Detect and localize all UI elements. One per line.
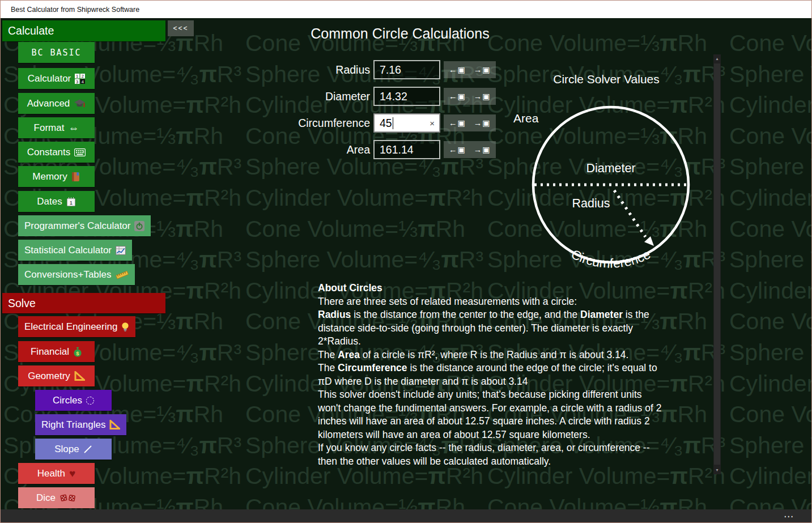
copy-to-calculator-button[interactable]: →▣ — [474, 145, 491, 154]
radius-label: Radius — [244, 63, 373, 76]
double-arrow-icon: ⇔ — [68, 122, 79, 133]
text-caret — [393, 117, 393, 129]
keyboard-icon — [74, 148, 86, 156]
page-title: Common Circle Calculations — [258, 25, 542, 42]
sidebar-item-health[interactable]: Health ♥ — [18, 463, 95, 484]
solver-row-circumference: Circumference 45 × ←▣ →▣ — [244, 112, 496, 134]
vertical-scrollbar[interactable]: ▴ ▾ — [713, 54, 721, 474]
numbers-icon: 1234 — [75, 74, 85, 84]
diameter-label: Diameter — [244, 90, 373, 103]
sidebar-item-financial[interactable]: Financial $ — [18, 341, 95, 362]
area-input[interactable]: 161.14 — [373, 140, 440, 159]
copy-from-calculator-button[interactable]: ←▣ — [449, 118, 466, 127]
sidebar-item-slope[interactable]: Slope — [35, 439, 112, 460]
sidebar-item-circles[interactable]: Circles — [35, 390, 112, 411]
sidebar-item-advanced[interactable]: Advanced — [18, 93, 95, 114]
sidebar-item-statistical-calculator[interactable]: Statistical Calculator — [18, 240, 132, 261]
svg-text:4: 4 — [82, 79, 84, 84]
sidebar-item-programmers-calculator[interactable]: Programmer's Calculator — [18, 215, 151, 236]
heart-icon: ♥ — [69, 468, 75, 479]
sidebar-item-dates[interactable]: Dates 1 — [18, 191, 95, 212]
circumference-label: Circumference — [244, 117, 373, 130]
circle-diagram: Diameter Radius Circumference — [522, 98, 703, 279]
sidebar-header-solve[interactable]: Solve — [2, 293, 165, 313]
solver-row-area: Area 161.14 ←▣ →▣ — [244, 139, 496, 160]
svg-text:3: 3 — [76, 79, 78, 84]
copy-to-calculator-button[interactable]: →▣ — [474, 118, 491, 127]
about-heading: About Circles — [318, 282, 666, 295]
sidebar-item-bc-basic[interactable]: BC BASIC — [18, 42, 95, 63]
money-bag-icon: $ — [73, 347, 82, 357]
copy-from-calculator-button[interactable]: ←▣ — [449, 92, 466, 101]
sidebar-item-dice[interactable]: Dice — [18, 487, 95, 508]
slope-line-icon — [83, 445, 92, 454]
title-bar: Best Calculator from Shipwreck Software — [1, 1, 811, 18]
sidebar-item-electrical-engineering[interactable]: Electrical Engineering — [18, 316, 135, 337]
svg-text:$: $ — [76, 350, 79, 356]
window-title: Best Calculator from Shipwreck Software — [11, 6, 139, 14]
radius-io-panel: ←▣ →▣ — [444, 61, 496, 78]
svg-text:1: 1 — [70, 199, 73, 206]
circumference-io-panel: ←▣ →▣ — [444, 114, 496, 131]
collapse-sidebar-button[interactable]: <<< — [168, 20, 194, 36]
sidebar-item-right-triangles[interactable]: Right Triangles — [35, 414, 126, 435]
circumference-input[interactable]: 45 × — [373, 113, 440, 133]
area-io-panel: ←▣ →▣ — [444, 141, 496, 158]
power-button-icon — [134, 221, 144, 231]
diameter-input[interactable]: 14.32 — [373, 87, 440, 106]
copy-to-calculator-button[interactable]: →▣ — [474, 65, 491, 74]
ruler-icon — [116, 270, 129, 279]
clear-input-button[interactable]: × — [427, 114, 437, 131]
copy-from-calculator-button[interactable]: ←▣ — [449, 145, 466, 154]
sidebar-item-geometry[interactable]: Geometry — [18, 365, 95, 386]
sidebar-item-conversions-tables[interactable]: Conversions+Tables — [18, 264, 135, 285]
sidebar-item-calculator[interactable]: Calculator 1234 — [18, 68, 95, 89]
diameter-io-panel: ←▣ →▣ — [444, 88, 496, 105]
more-options-button[interactable]: ⋯ — [780, 509, 798, 523]
radius-dotted-arrow — [614, 190, 645, 237]
set-square-icon — [74, 371, 85, 381]
calendar-icon: 1 — [66, 197, 76, 207]
sidebar-item-memory[interactable]: Memory — [18, 166, 95, 187]
diagram-title: Circle Solver Values — [526, 73, 686, 86]
dashed-circle-icon — [86, 397, 94, 405]
radius-input[interactable]: 7.16 — [373, 60, 440, 79]
lightbulb-icon — [121, 322, 129, 332]
notebook-icon — [71, 172, 80, 182]
copy-from-calculator-button[interactable]: ←▣ — [449, 65, 466, 74]
app-window: { "window": { "title": "Best Calculator … — [0, 0, 812, 523]
diagram-diameter-label: Diameter — [586, 161, 635, 175]
scroll-down-arrow[interactable]: ▾ — [713, 466, 721, 474]
scrollbar-thumb[interactable] — [714, 63, 720, 465]
copy-to-calculator-button[interactable]: →▣ — [474, 92, 491, 101]
svg-text:1: 1 — [76, 74, 78, 79]
solver-row-diameter: Diameter 14.32 ←▣ →▣ — [244, 86, 496, 107]
diagram-radius-label: Radius — [572, 197, 610, 210]
arrowhead — [644, 236, 654, 246]
set-square-icon — [109, 420, 120, 430]
sidebar-header-calculate[interactable]: Calculate — [2, 20, 165, 41]
scroll-up-arrow[interactable]: ▴ — [713, 54, 721, 63]
app-bar: ⋯ — [1, 509, 811, 523]
about-circles-text: About Circles There are three sets of re… — [318, 282, 666, 468]
svg-text:2: 2 — [82, 74, 84, 79]
diagram-circumference-label: Circumference — [569, 246, 653, 271]
dice-icon — [59, 493, 76, 503]
sidebar-item-format[interactable]: Format ⇔ — [18, 117, 95, 138]
solver-row-radius: Radius 7.16 ←▣ →▣ — [244, 59, 496, 80]
sidebar-item-constants[interactable]: Constants — [18, 142, 95, 163]
chart-table-icon — [116, 246, 126, 255]
graduation-cap-icon — [74, 99, 86, 108]
area-label: Area — [244, 143, 373, 156]
